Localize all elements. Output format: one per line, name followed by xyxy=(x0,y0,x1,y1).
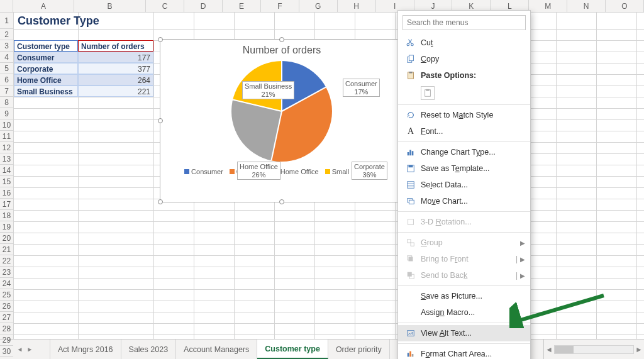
table-row[interactable]: Small Business xyxy=(14,86,78,97)
row-header[interactable]: 13 xyxy=(0,153,13,165)
menu-move-chart[interactable]: Move Chart... xyxy=(398,193,530,209)
data-label-corporate: Corporate36% xyxy=(352,162,387,180)
row-header[interactable]: 1 xyxy=(0,13,13,29)
menu-label: Save as Picture... xyxy=(421,292,525,301)
row-header[interactable]: 25 xyxy=(0,289,13,301)
resize-handle[interactable] xyxy=(279,37,284,42)
row-header[interactable]: 4 xyxy=(0,52,13,63)
row-header[interactable]: 15 xyxy=(0,176,13,187)
menu-view-alt-text[interactable]: View Alt Text... xyxy=(398,325,530,341)
menu-format-chart-area[interactable]: Format Chart Area... xyxy=(398,346,530,359)
column-header[interactable]: M xyxy=(529,0,567,12)
column-header[interactable]: B xyxy=(74,0,146,12)
scroll-left-icon[interactable]: ◄ xyxy=(544,345,554,354)
row-header[interactable]: 3 xyxy=(0,40,13,52)
table-row[interactable]: 377 xyxy=(78,63,153,74)
sheet-tab[interactable]: Act Mngrs 2016 xyxy=(50,340,121,359)
row-header[interactable]: 5 xyxy=(0,63,13,74)
row-header[interactable]: 29 xyxy=(0,334,13,346)
row-header[interactable]: 11 xyxy=(0,131,13,142)
select-all-corner[interactable] xyxy=(0,0,13,12)
menu-assign-macro[interactable]: Assign Macro... xyxy=(398,304,530,321)
menu-save-template[interactable]: Save as Template... xyxy=(398,160,530,177)
row-header[interactable]: 24 xyxy=(0,278,13,289)
row-header[interactable]: 23 xyxy=(0,267,13,278)
row-header[interactable]: 14 xyxy=(0,165,13,176)
table-row[interactable]: Corporate xyxy=(14,63,78,74)
menu-copy[interactable]: Copy xyxy=(398,51,530,67)
row-header[interactable]: 12 xyxy=(0,142,13,153)
pie-chart[interactable] xyxy=(231,61,332,162)
column-header[interactable]: C xyxy=(146,0,184,12)
menu-label: Change Chart Type... xyxy=(421,148,525,157)
menu-save-picture[interactable]: Save as Picture... xyxy=(398,288,530,304)
menu-change-chart-type[interactable]: Change Chart Type... xyxy=(398,144,530,160)
column-header[interactable]: D xyxy=(184,0,223,12)
resize-handle[interactable] xyxy=(158,199,163,204)
sheet-tab[interactable]: Sales 2023 xyxy=(121,340,177,359)
row-header[interactable]: 22 xyxy=(0,255,13,267)
menu-font[interactable]: A Font... xyxy=(398,123,530,140)
data-label-consumer: Consumer17% xyxy=(343,79,380,97)
sheet-tab[interactable]: Customer type xyxy=(257,340,328,359)
table-row[interactable]: 177 xyxy=(78,52,153,63)
table-row[interactable]: Consumer xyxy=(14,52,78,63)
menu-reset-style[interactable]: Reset to Match Style xyxy=(398,107,530,123)
resize-handle[interactable] xyxy=(279,199,284,204)
menu-search-input[interactable] xyxy=(402,15,526,30)
column-header[interactable]: G xyxy=(299,0,338,12)
svg-rect-24 xyxy=(411,243,414,246)
table-row[interactable]: 221 xyxy=(78,86,153,97)
column-header[interactable]: F xyxy=(261,0,299,12)
spreadsheet-grid[interactable]: Customer Type Customer type Number of or… xyxy=(14,13,644,339)
sheet-tab[interactable]: Account Managers xyxy=(176,340,257,359)
reset-icon xyxy=(404,111,417,119)
sheet-tab[interactable]: Order priority xyxy=(328,340,390,359)
column-header[interactable]: H xyxy=(338,0,376,12)
row-header[interactable]: 19 xyxy=(0,221,13,233)
table-header-b[interactable]: Number of orders xyxy=(78,40,153,52)
svg-rect-17 xyxy=(408,182,414,189)
svg-rect-9 xyxy=(409,72,412,74)
row-header[interactable]: 10 xyxy=(0,119,13,131)
menu-cut[interactable]: Cut xyxy=(398,35,530,51)
horizontal-scrollbar[interactable]: ◄ ► xyxy=(543,340,644,359)
menu-separator xyxy=(398,104,530,105)
menu-label: Paste Options: xyxy=(421,71,525,80)
scroll-track[interactable] xyxy=(554,345,634,354)
column-header[interactable]: O xyxy=(606,0,644,12)
row-header[interactable]: 21 xyxy=(0,244,13,255)
table-row[interactable]: Home Office xyxy=(14,74,78,86)
row-header[interactable]: 18 xyxy=(0,210,13,221)
column-header[interactable]: E xyxy=(223,0,261,12)
row-header[interactable]: 17 xyxy=(0,199,13,210)
svg-rect-14 xyxy=(412,151,414,155)
chevron-right-icon: ▶ xyxy=(520,272,525,279)
menu-label: Font... xyxy=(421,127,525,136)
resize-handle[interactable] xyxy=(158,118,163,123)
row-header[interactable]: 20 xyxy=(0,233,13,244)
row-header[interactable]: 26 xyxy=(0,301,13,312)
row-header[interactable]: 28 xyxy=(0,323,13,334)
row-header[interactable]: 2 xyxy=(0,29,13,40)
svg-rect-32 xyxy=(412,354,414,356)
table-row[interactable]: 264 xyxy=(78,74,153,86)
column-header[interactable]: A xyxy=(13,0,74,12)
column-header[interactable]: N xyxy=(567,0,606,12)
row-header[interactable]: 9 xyxy=(0,108,13,119)
row-header[interactable]: 27 xyxy=(0,312,13,323)
scroll-right-icon[interactable]: ► xyxy=(634,345,644,354)
menu-select-data[interactable]: Select Data... xyxy=(398,177,530,193)
legend-label: Home Office xyxy=(280,168,319,175)
paste-button[interactable] xyxy=(421,86,435,100)
row-header[interactable]: 8 xyxy=(0,97,13,108)
title-cell[interactable]: Customer Type xyxy=(15,13,102,29)
table-header-a[interactable]: Customer type xyxy=(14,40,78,52)
row-header[interactable]: 16 xyxy=(0,187,13,199)
row-header[interactable]: 7 xyxy=(0,86,13,97)
scroll-thumb[interactable] xyxy=(555,346,574,353)
chart-object[interactable]: Number of orders Consumer17% Corporate36… xyxy=(160,39,404,202)
resize-handle[interactable] xyxy=(158,37,163,42)
row-header[interactable]: 6 xyxy=(0,74,13,86)
row-header[interactable]: 30 xyxy=(0,346,13,357)
